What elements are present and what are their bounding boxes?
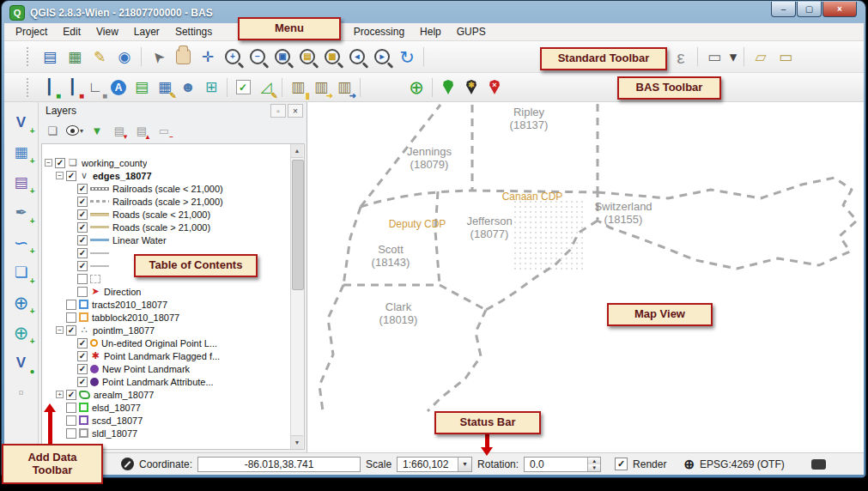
- add-vector-layer-icon[interactable]: V+: [9, 111, 33, 133]
- menu-item-processing[interactable]: Processing: [346, 24, 412, 39]
- messages-icon[interactable]: [811, 459, 826, 470]
- layer-row[interactable]: scsd_18077: [42, 414, 291, 427]
- toggle-editing-icon[interactable]: ✎: [88, 45, 111, 68]
- add-feature-icon[interactable]: ⊕: [406, 77, 427, 98]
- scrollbar[interactable]: ▲ ▼: [290, 144, 304, 449]
- layer-checkbox[interactable]: [66, 312, 76, 323]
- marker-flag-icon[interactable]: ✱: [461, 77, 482, 98]
- menu-item-gups[interactable]: GUPS: [449, 24, 494, 39]
- layer-checkbox[interactable]: [66, 300, 76, 310]
- toolbar-drag-handle[interactable]: [27, 47, 32, 66]
- layer-row[interactable]: ✓Point Landmark Attribute...: [42, 375, 291, 388]
- import-zip-icon[interactable]: ▥▮: [288, 77, 308, 98]
- add-virtual-layer-icon[interactable]: V●: [9, 351, 33, 373]
- layer-checkbox[interactable]: ✓: [77, 222, 88, 233]
- export-zip-icon[interactable]: ▥➜: [311, 77, 331, 98]
- add-oracle-layer-icon[interactable]: ❏+: [9, 261, 33, 283]
- rotation-spinbox[interactable]: 0.0 ▲ ▼: [524, 457, 601, 472]
- layer-row[interactable]: ✓Railroads (scale < 21,000): [42, 182, 291, 195]
- layer-checkbox[interactable]: ✓: [55, 158, 65, 168]
- add-raster-layer-icon[interactable]: ▦+: [9, 141, 33, 163]
- zoom-last-icon[interactable]: ◂: [346, 45, 368, 68]
- add-wms-layer-icon[interactable]: ⊕+: [9, 291, 33, 313]
- measure-icon[interactable]: ▭: [703, 45, 725, 68]
- layer-row[interactable]: elsd_18077: [42, 401, 291, 414]
- add-postgis-layer-icon[interactable]: ∽+: [9, 231, 33, 253]
- add-group-icon[interactable]: ❏: [44, 122, 61, 139]
- attribute-table-icon[interactable]: ▦✎: [155, 77, 175, 98]
- label-icon[interactable]: A: [108, 77, 129, 98]
- layer-checkbox[interactable]: ✓: [66, 325, 76, 336]
- remove-layer-icon[interactable]: ▭−: [155, 122, 173, 139]
- layer-checkbox[interactable]: ✓: [66, 171, 76, 181]
- share-zip-icon[interactable]: ▥➜: [334, 77, 355, 98]
- layer-checkbox[interactable]: ✓: [77, 364, 88, 374]
- layer-checkbox[interactable]: ✓: [66, 390, 76, 400]
- layer-checkbox[interactable]: [77, 274, 88, 284]
- menu-item-layer[interactable]: Layer: [126, 24, 167, 39]
- tree-expander[interactable]: +: [56, 391, 64, 398]
- layer-checkbox[interactable]: ✓: [77, 209, 88, 220]
- layer-checkbox[interactable]: ✓: [77, 377, 88, 387]
- layer-checkbox[interactable]: ✓: [77, 248, 88, 258]
- add-wcs-layer-icon[interactable]: ⊕+: [9, 321, 33, 343]
- layer-row[interactable]: ✓Linear Water: [42, 233, 291, 246]
- scale-combobox[interactable]: 1:660,102 ▼: [397, 457, 472, 472]
- marker-green-icon[interactable]: [438, 77, 458, 98]
- layer-row[interactable]: ✓Roads (scale > 21,000): [42, 221, 291, 233]
- layer-row[interactable]: ➤Direction: [42, 285, 291, 298]
- layer-row[interactable]: ✓Un-edited Original Point L...: [42, 336, 291, 349]
- coordinate-input[interactable]: -86.018,38.741: [197, 457, 361, 472]
- zoom-to-selection-icon[interactable]: ▦: [321, 45, 343, 68]
- layer-row[interactable]: +✓arealm_18077: [42, 388, 291, 401]
- toolbar-drag-handle[interactable]: [27, 78, 32, 97]
- save-as-icon[interactable]: ▦: [64, 45, 86, 68]
- rotation-down-button[interactable]: ▼: [588, 464, 600, 471]
- layer-row[interactable]: −✓❏working_county: [42, 156, 291, 169]
- scroll-down-button[interactable]: ▼: [291, 435, 303, 449]
- layer-checkbox[interactable]: [66, 428, 76, 439]
- add-database-layer-icon[interactable]: ▤+: [9, 171, 33, 193]
- address-points-icon[interactable]: ☻: [178, 77, 198, 98]
- map-navigation-icon[interactable]: ◉: [113, 45, 136, 68]
- zoom-out-icon[interactable]: −: [246, 45, 269, 68]
- topology-icon[interactable]: ⊞: [201, 77, 222, 98]
- pan-map-icon[interactable]: [172, 45, 194, 68]
- layer-row[interactable]: tracts2010_18077: [42, 298, 291, 311]
- render-checkbox[interactable]: ✓: [615, 458, 628, 470]
- add-spatialite-layer-icon[interactable]: ✒+: [9, 201, 33, 223]
- menu-item-help[interactable]: Help: [412, 24, 449, 39]
- rotation-up-button[interactable]: ▲: [588, 458, 600, 464]
- save-icon[interactable]: ▤: [39, 45, 61, 68]
- crs-globe-icon[interactable]: ⊕: [683, 457, 695, 472]
- layer-checkbox[interactable]: [66, 415, 76, 426]
- layer-checkbox[interactable]: [66, 403, 76, 413]
- layer-checkbox[interactable]: ✓: [77, 351, 88, 361]
- toolbar-overflow-icon[interactable]: ▫: [9, 381, 33, 403]
- map-view[interactable]: Ripley (18137) Jennings (18079) Switzerl…: [307, 102, 864, 452]
- layer-row[interactable]: ✓New Point Landmark: [42, 362, 291, 375]
- menu-item-settings[interactable]: Settings: [167, 24, 220, 39]
- layer-checkbox[interactable]: ✓: [77, 261, 88, 271]
- layers-panel-header[interactable]: Layers ▫ ×: [39, 102, 307, 119]
- filter-legend-icon[interactable]: ▼: [88, 122, 106, 139]
- layer-checkbox[interactable]: [77, 287, 88, 297]
- tree-expander[interactable]: −: [56, 172, 64, 179]
- layer-row[interactable]: sldl_18077: [42, 427, 291, 439]
- zoom-full-icon[interactable]: ▣: [271, 45, 294, 68]
- layer-checkbox[interactable]: ✓: [77, 338, 88, 349]
- panel-float-button[interactable]: ▫: [270, 104, 286, 118]
- measure-dropdown-icon[interactable]: ▾: [728, 45, 738, 68]
- scale-dropdown-icon[interactable]: ▼: [458, 458, 471, 471]
- zoom-to-layer-icon[interactable]: ▤: [296, 45, 319, 68]
- layer-checkbox[interactable]: ✓: [77, 235, 88, 246]
- marker-delete-icon[interactable]: ×: [484, 77, 505, 98]
- node-tool-icon[interactable]: ∟■: [85, 77, 106, 98]
- review-changes-icon[interactable]: ✓: [233, 77, 253, 98]
- delete-point-icon[interactable]: ┃■: [62, 77, 82, 98]
- menu-item-view[interactable]: View: [88, 24, 126, 39]
- maximize-button[interactable]: ▢: [797, 2, 822, 17]
- open-form-icon[interactable]: ▤: [131, 77, 152, 98]
- layer-row[interactable]: −✓∨edges_18077: [42, 169, 291, 182]
- crs-label[interactable]: EPSG:4269 (OTF): [700, 458, 785, 470]
